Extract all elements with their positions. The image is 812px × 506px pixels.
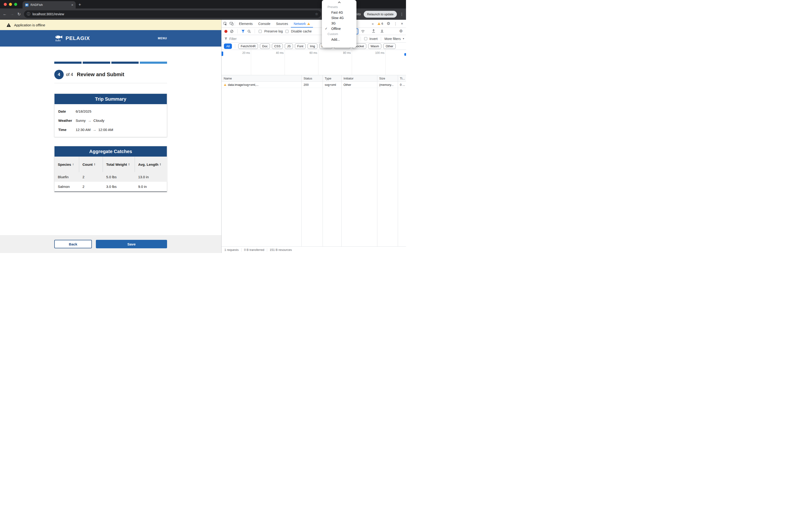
more-filters-button[interactable]: More filters bbox=[384, 37, 401, 41]
chip-img[interactable]: Img bbox=[308, 44, 317, 49]
tab-elements[interactable]: Elements bbox=[236, 20, 256, 27]
network-settings-gear-icon[interactable]: ⚙ bbox=[399, 29, 403, 33]
devtools-close-icon[interactable]: × bbox=[401, 21, 403, 26]
chip-doc[interactable]: Doc bbox=[260, 44, 270, 49]
import-har-icon[interactable] bbox=[380, 29, 384, 33]
menu-item-offline[interactable]: ✓ Offline bbox=[322, 26, 357, 31]
column-avg-length[interactable]: Avg. Length ▲▼ bbox=[135, 157, 167, 172]
search-icon[interactable] bbox=[247, 30, 251, 33]
column-status[interactable]: Status bbox=[301, 75, 323, 81]
tab-sources[interactable]: Sources bbox=[273, 20, 291, 27]
inspect-element-icon[interactable] bbox=[223, 22, 227, 26]
minimize-window-button[interactable] bbox=[9, 3, 12, 6]
aggregate-catches-card: Aggregate Catches Species ↑ Count ▲▼ bbox=[54, 146, 167, 192]
overview-left-handle[interactable] bbox=[222, 52, 223, 56]
column-species[interactable]: Species ↑ bbox=[55, 157, 79, 172]
time-label: Time bbox=[58, 128, 76, 132]
browser-menu-icon[interactable]: ⋮ bbox=[400, 12, 404, 16]
network-filter-input[interactable]: Filter bbox=[229, 37, 236, 41]
menu-button[interactable]: MENU bbox=[158, 37, 167, 40]
warning-count: 6 bbox=[382, 22, 383, 25]
clear-network-log-icon[interactable] bbox=[230, 30, 233, 33]
chip-fetch-xhr[interactable]: Fetch/XHR bbox=[238, 44, 258, 49]
request-warning-icon bbox=[224, 83, 226, 86]
filter-icon-active[interactable] bbox=[241, 30, 245, 33]
network-toolbar: Preserve log Disable cache ⚙ bbox=[222, 28, 406, 35]
column-name[interactable]: Name bbox=[222, 75, 301, 81]
tab-console[interactable]: Console bbox=[256, 20, 273, 27]
relaunch-to-update-button[interactable]: Relaunch to update bbox=[364, 11, 397, 18]
time-from: 12:30 AM bbox=[76, 128, 90, 132]
tab-close-icon[interactable]: × bbox=[71, 3, 73, 7]
back-icon[interactable]: ← bbox=[3, 12, 7, 16]
gridline bbox=[318, 50, 318, 75]
tick-label: 100 ms bbox=[369, 51, 384, 55]
network-request-row[interactable]: data:image/svg+xml,... 200 svg+xml Other… bbox=[222, 82, 406, 88]
preserve-log-label: Preserve log bbox=[264, 29, 283, 33]
chip-font[interactable]: Font bbox=[295, 44, 306, 49]
column-type[interactable]: Type bbox=[323, 75, 341, 81]
issues-warning-badge[interactable]: 6 bbox=[377, 22, 383, 25]
weather-from: Sunny bbox=[76, 118, 86, 122]
disable-cache-checkbox[interactable] bbox=[286, 30, 289, 33]
devtools-settings-icon[interactable]: ⚙ bbox=[387, 21, 390, 26]
request-type-chips: All Fetch/XHR Doc CSS JS Font Img Media … bbox=[222, 43, 406, 50]
chip-wasm[interactable]: Wasm bbox=[368, 44, 381, 49]
page-footer: Back Save bbox=[0, 235, 221, 253]
bookmark-star-icon[interactable]: ☆ bbox=[315, 12, 318, 16]
save-button[interactable]: Save bbox=[96, 240, 167, 248]
devtools-menu-icon[interactable]: ⋮ bbox=[394, 22, 397, 26]
chip-other[interactable]: Other bbox=[383, 44, 396, 49]
network-overview-timeline[interactable]: 20 ms 40 ms 60 ms 80 ms 100 ms bbox=[222, 50, 406, 75]
progress-segment-current bbox=[140, 62, 167, 64]
step-number-badge: 4 bbox=[54, 70, 64, 79]
address-bar[interactable]: ⓘ localhost:3001/review ☆ bbox=[24, 10, 321, 18]
preserve-log-checkbox[interactable] bbox=[259, 30, 262, 33]
sort-ascending-icon: ↑ bbox=[72, 162, 74, 166]
new-tab-button[interactable]: + bbox=[79, 2, 81, 7]
column-total-weight[interactable]: Total Weight ▲▼ bbox=[103, 157, 135, 172]
divider bbox=[361, 37, 361, 41]
overview-right-handle[interactable] bbox=[404, 53, 406, 56]
browser-tab[interactable]: RADFish × bbox=[22, 1, 76, 8]
network-conditions-wifi-icon[interactable] bbox=[361, 29, 365, 33]
request-type-cell: svg+xml bbox=[323, 82, 341, 88]
menu-item-fast-4g[interactable]: Fast 4G bbox=[322, 10, 357, 15]
chip-js[interactable]: JS bbox=[285, 44, 293, 49]
device-toolbar-icon[interactable] bbox=[229, 22, 233, 25]
progress-segment bbox=[54, 62, 82, 64]
invert-checkbox[interactable] bbox=[364, 37, 367, 40]
export-har-icon[interactable] bbox=[372, 29, 375, 33]
menu-item-add-custom[interactable]: Add... bbox=[322, 37, 357, 42]
maximize-window-button[interactable] bbox=[14, 3, 17, 6]
menu-item-3g[interactable]: 3G bbox=[322, 20, 357, 26]
more-tabs-icon[interactable]: » bbox=[372, 22, 374, 26]
column-size[interactable]: Size bbox=[377, 75, 398, 81]
chip-all[interactable]: All bbox=[224, 44, 232, 49]
gridline bbox=[251, 50, 251, 75]
cell-length: 13.0 in bbox=[135, 172, 167, 182]
column-time[interactable]: Ti... bbox=[398, 75, 406, 81]
chip-css[interactable]: CSS bbox=[272, 44, 283, 49]
toolbar-right-cluster: gnito Relaunch to update ⋮ bbox=[353, 8, 404, 20]
sort-icon: ▲▼ bbox=[128, 163, 130, 166]
cell-count: 2 bbox=[79, 172, 103, 182]
step-of-label: of 4 bbox=[66, 72, 73, 77]
menu-item-slow-4g[interactable]: Slow 4G bbox=[322, 15, 357, 20]
time-to: 12:00 AM bbox=[98, 128, 113, 132]
reload-icon[interactable]: ↻ bbox=[17, 12, 21, 17]
forward-icon[interactable]: → bbox=[10, 12, 14, 16]
column-initiator[interactable]: Initiator bbox=[341, 75, 377, 81]
column-count[interactable]: Count ▲▼ bbox=[79, 157, 103, 172]
back-button[interactable]: Back bbox=[54, 240, 92, 248]
menu-section-presets: Presets bbox=[322, 4, 357, 10]
close-window-button[interactable] bbox=[4, 3, 7, 6]
devtools-panel: Elements Console Sources Network » bbox=[221, 20, 406, 253]
network-status-bar: 1 requests 0 B transferred 151 B resourc… bbox=[222, 246, 406, 253]
record-network-log-button[interactable] bbox=[224, 30, 227, 33]
tab-network[interactable]: Network bbox=[291, 20, 313, 27]
divider bbox=[267, 248, 267, 252]
chevron-down-icon: ▾ bbox=[403, 37, 404, 40]
site-info-icon[interactable]: ⓘ bbox=[27, 12, 30, 16]
resources-size: 151 B resources bbox=[270, 248, 292, 252]
